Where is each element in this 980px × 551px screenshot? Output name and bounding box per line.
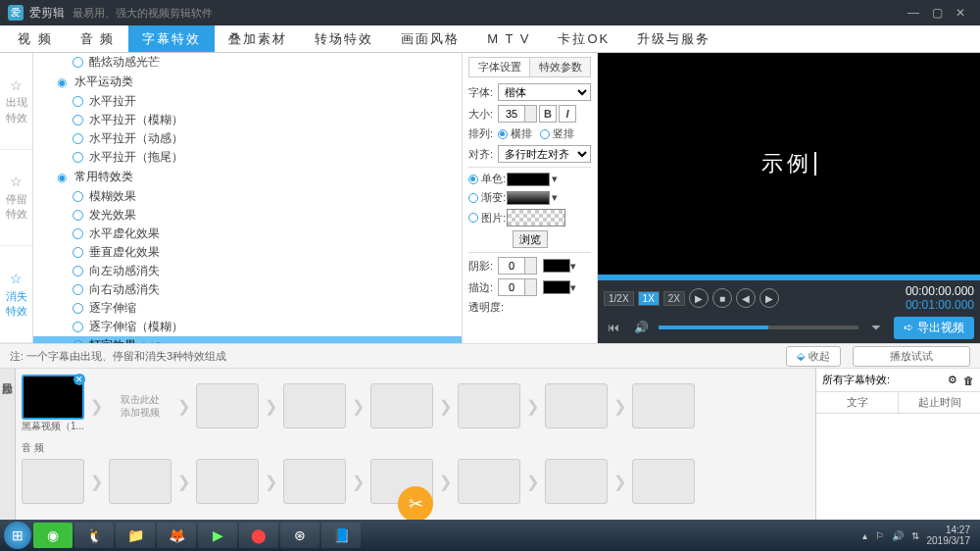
stroke-color[interactable] xyxy=(543,280,570,294)
speed-2x[interactable]: 2X xyxy=(663,291,685,306)
stroke-input[interactable] xyxy=(498,278,525,296)
tray-up-icon[interactable]: ▴ xyxy=(862,530,867,541)
main-tab-3[interactable]: 叠加素材 xyxy=(215,25,301,52)
volume-slider[interactable] xyxy=(659,326,858,329)
audio-slot[interactable] xyxy=(545,459,608,504)
effect-item[interactable]: 向左动感消失 xyxy=(33,262,462,280)
shadow-color[interactable] xyxy=(543,259,570,273)
clip-slot[interactable] xyxy=(458,383,520,428)
effect-item[interactable]: 水平拉开（模糊） xyxy=(33,111,462,129)
audio-slot[interactable] xyxy=(458,459,520,504)
marker-icon[interactable]: ⏷ xyxy=(866,320,886,335)
gradient-swatch[interactable] xyxy=(507,191,550,205)
italic-button[interactable]: I xyxy=(559,105,576,123)
color-gradient-radio[interactable] xyxy=(468,193,478,203)
clip-slot[interactable] xyxy=(283,383,346,428)
side-nav-0[interactable]: ☆出现特效 xyxy=(0,53,32,150)
clip-slot[interactable] xyxy=(545,383,608,428)
main-tab-4[interactable]: 转场特效 xyxy=(301,25,387,52)
effect-group[interactable]: ◉水平运动类 xyxy=(33,72,462,92)
audio-slot[interactable] xyxy=(632,459,695,504)
effect-item[interactable]: 打字效果↖ xyxy=(33,336,462,343)
main-tab-7[interactable]: 卡拉OK xyxy=(544,25,623,52)
color-swatch[interactable] xyxy=(507,173,550,186)
system-clock[interactable]: 14:272019/3/17 xyxy=(927,525,971,546)
taskbar-app-5[interactable]: ▶ xyxy=(198,523,237,548)
font-select[interactable]: 楷体 xyxy=(498,83,591,101)
color-image-radio[interactable] xyxy=(468,213,478,223)
audio-slot[interactable] xyxy=(109,459,172,504)
effect-item[interactable]: 水平拉开（动感） xyxy=(33,129,462,148)
arrange-h-radio[interactable] xyxy=(498,129,508,139)
add-clip-placeholder[interactable]: 双击此处 添加视频 xyxy=(109,393,172,419)
taskbar-app-7[interactable]: ⊛ xyxy=(280,523,319,548)
taskbar-app-6[interactable]: ⬤ xyxy=(239,523,278,548)
test-play-button[interactable]: 播放试试 xyxy=(853,346,970,367)
close-button[interactable]: ✕ xyxy=(949,4,972,22)
browse-button[interactable]: 浏览 xyxy=(513,230,548,248)
taskbar-app-3[interactable]: 📁 xyxy=(116,523,155,548)
side-nav-2[interactable]: ☆消失特效 xyxy=(0,246,32,343)
audio-slot[interactable] xyxy=(22,459,84,504)
audio-slot[interactable] xyxy=(283,459,346,504)
effect-item[interactable]: 向右动感消失 xyxy=(33,280,462,299)
clip-thumbnail-1[interactable] xyxy=(22,375,84,420)
main-tab-8[interactable]: 升级与服务 xyxy=(623,25,724,52)
tab-effect-params[interactable]: 特效参数 xyxy=(529,58,590,76)
start-button[interactable]: ⊞ xyxy=(4,522,31,549)
arrange-v-radio[interactable] xyxy=(540,129,550,139)
tab-font-settings[interactable]: 字体设置 xyxy=(469,58,529,76)
export-button[interactable]: ➪ 导出视频 xyxy=(894,317,974,339)
tray-volume-icon[interactable]: 🔊 xyxy=(892,530,904,541)
effect-item[interactable]: 模糊效果 xyxy=(33,187,462,206)
size-input[interactable] xyxy=(498,105,525,123)
volume-icon[interactable]: 🔊 xyxy=(631,320,651,335)
effect-item[interactable]: 酷炫动感光芒 xyxy=(33,53,462,72)
shadow-input[interactable] xyxy=(498,257,525,275)
rewind-icon[interactable]: ⏮ xyxy=(604,320,623,335)
next-frame-button[interactable]: ▶ xyxy=(760,288,779,308)
play-button[interactable]: ▶ xyxy=(689,288,709,308)
maximize-button[interactable]: ▢ xyxy=(925,4,949,22)
speed-1x[interactable]: 1X xyxy=(638,291,660,306)
clip-slot[interactable] xyxy=(370,383,433,428)
main-tab-5[interactable]: 画面风格 xyxy=(387,25,473,52)
effect-item[interactable]: 逐字伸缩（模糊） xyxy=(33,318,462,336)
audio-slot[interactable] xyxy=(196,459,259,504)
taskbar-app-8[interactable]: 📘 xyxy=(321,523,361,548)
speed-half[interactable]: 1/2X xyxy=(604,291,634,306)
tray-network-icon[interactable]: ⇅ xyxy=(911,530,919,541)
taskbar-app-2[interactable]: 🐧 xyxy=(74,523,114,548)
delete-icon[interactable]: 🗑 xyxy=(963,375,974,386)
side-nav-1[interactable]: ☆停留特效 xyxy=(0,150,32,247)
effect-item[interactable]: 水平拉开 xyxy=(33,92,462,111)
cut-button[interactable]: ✂ xyxy=(398,486,433,520)
main-tab-0[interactable]: 视 频 xyxy=(4,25,67,52)
collapse-button[interactable]: ⬙收起 xyxy=(786,346,841,367)
size-spinner[interactable] xyxy=(525,105,537,123)
clip-slot[interactable] xyxy=(196,383,259,428)
clip-slot[interactable] xyxy=(632,383,695,428)
align-select[interactable]: 多行时左对齐 xyxy=(498,145,591,163)
effect-item[interactable]: 垂直虚化效果 xyxy=(33,243,462,262)
bold-button[interactable]: B xyxy=(539,105,557,123)
taskbar-app-1[interactable]: ◉ xyxy=(33,523,73,548)
shadow-spinner[interactable] xyxy=(525,257,537,275)
main-tab-6[interactable]: M T V xyxy=(473,25,544,52)
main-tab-2[interactable]: 字幕特效 xyxy=(128,25,215,52)
effect-item[interactable]: 逐字伸缩 xyxy=(33,299,462,318)
prev-frame-button[interactable]: ◀ xyxy=(736,288,756,308)
effect-item[interactable]: 水平拉开（拖尾） xyxy=(33,148,462,167)
taskbar-app-4[interactable]: 🦊 xyxy=(157,523,196,548)
minimize-button[interactable]: — xyxy=(902,4,925,22)
effect-item[interactable]: 水平虚化效果 xyxy=(33,225,462,243)
gear-icon[interactable]: ⚙ xyxy=(948,374,957,386)
tray-flag-icon[interactable]: ⚐ xyxy=(875,530,884,541)
effect-item[interactable]: 发光效果 xyxy=(33,206,462,225)
stop-button[interactable]: ■ xyxy=(712,288,732,308)
main-tab-1[interactable]: 音 频 xyxy=(67,25,129,52)
stroke-spinner[interactable] xyxy=(525,278,537,296)
image-swatch[interactable] xyxy=(507,209,565,226)
effect-group[interactable]: ◉常用特效类 xyxy=(33,167,462,187)
color-solid-radio[interactable] xyxy=(468,175,478,184)
